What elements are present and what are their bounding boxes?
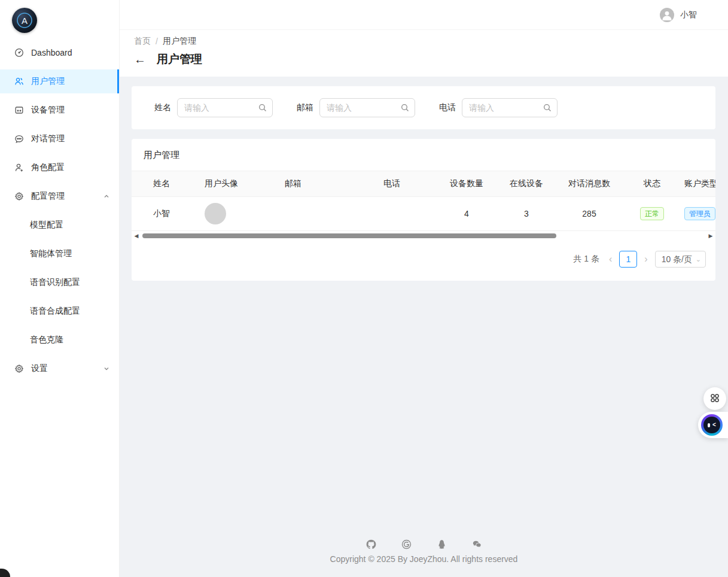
sidebar-item-agent-management[interactable]: 智能体管理 — [0, 242, 119, 266]
ai-assistant-button[interactable]: < — [698, 412, 728, 438]
column-header-online-devices: 在线设备 — [496, 171, 556, 196]
sidebar-item-label: 设备管理 — [31, 105, 65, 116]
sidebar-item-device-management[interactable]: 设备管理 — [0, 98, 119, 122]
app-logo-icon: A — [12, 8, 37, 33]
back-arrow-icon[interactable]: ← — [134, 53, 146, 65]
breadcrumb-home[interactable]: 首页 — [134, 36, 151, 47]
cell-online-devices: 3 — [496, 197, 556, 230]
cell-email — [285, 197, 383, 230]
user-table-card: 用户管理 姓名 用户头像 邮箱 电话 设备数量 在线设备 对话消息数 状态 账户… — [132, 139, 715, 281]
sidebar-item-asr-config[interactable]: 语音识别配置 — [0, 271, 119, 294]
apps-grid-icon — [709, 393, 720, 405]
scroll-left-icon[interactable]: ◀ — [133, 232, 140, 240]
sidebar-item-config-management[interactable]: 配置管理 — [0, 184, 119, 208]
phone-search-input[interactable] — [462, 98, 558, 117]
column-header-device-count: 设备数量 — [437, 171, 496, 196]
sidebar-item-settings[interactable]: 设置 — [0, 357, 119, 381]
column-header-message-count: 对话消息数 — [556, 171, 622, 196]
device-icon — [14, 105, 24, 115]
svg-text:A: A — [22, 16, 28, 26]
github-icon[interactable] — [366, 539, 376, 549]
filter-email: 邮箱 — [297, 98, 415, 117]
copyright-text: Copyright © 2025 By JoeyZhou. All rights… — [120, 554, 728, 564]
chat-icon — [14, 134, 24, 144]
qq-icon[interactable] — [437, 539, 447, 549]
chevron-down-icon: ⌄ — [696, 251, 701, 267]
wechat-icon[interactable] — [472, 539, 482, 549]
filter-phone-label: 电话 — [439, 102, 456, 113]
float-apps-button[interactable] — [703, 387, 726, 410]
user-avatar-icon — [660, 8, 674, 22]
page-header: 首页 / 用户管理 ← 用户管理 — [120, 30, 728, 77]
sidebar-item-tts-config[interactable]: 语音合成配置 — [0, 299, 119, 323]
email-search-input[interactable] — [319, 98, 415, 117]
table-card-title: 用户管理 — [132, 139, 715, 171]
column-header-email: 邮箱 — [285, 171, 383, 196]
filter-name: 姓名 — [154, 98, 273, 117]
account-type-badge: 管理员 — [684, 207, 715, 220]
robot-face-icon: < — [701, 414, 723, 436]
gitee-icon[interactable] — [401, 539, 412, 549]
column-header-account-type: 账户类型 — [682, 171, 715, 196]
sidebar-item-label: 用户管理 — [31, 76, 65, 87]
sidebar-nav: Dashboard 用户管理 设备管理 — [0, 41, 119, 381]
name-search-input[interactable] — [177, 98, 273, 117]
pagination-page-1[interactable]: 1 — [619, 251, 637, 268]
filter-phone: 电话 — [439, 98, 558, 117]
table-scroll-container: 姓名 用户头像 邮箱 电话 设备数量 在线设备 对话消息数 状态 账户类型 小智 — [132, 171, 715, 231]
scrollbar-track[interactable] — [140, 233, 707, 239]
row-avatar-icon — [205, 203, 226, 224]
dashboard-icon — [14, 48, 24, 57]
status-badge: 正常 — [640, 207, 664, 220]
cell-message-count: 285 — [556, 197, 622, 230]
filter-card: 姓名 邮箱 — [132, 86, 715, 129]
sidebar-subitem-label: 音色克隆 — [30, 335, 63, 345]
horizontal-scrollbar: ◀ ▶ — [133, 232, 714, 240]
filter-email-label: 邮箱 — [297, 102, 313, 113]
sidebar-item-model-config[interactable]: 模型配置 — [0, 213, 119, 237]
column-header-avatar: 用户头像 — [197, 171, 285, 196]
app-root: A Dashboard 用户管理 — [0, 0, 728, 577]
cell-name: 小智 — [132, 197, 197, 230]
sidebar-item-voice-clone[interactable]: 音色克隆 — [0, 328, 119, 352]
table-row[interactable]: 小智 4 3 285 正常 管理员 — [132, 197, 715, 231]
sidebar-item-user-management[interactable]: 用户管理 — [0, 69, 119, 93]
sidebar-subitem-label: 语音合成配置 — [30, 306, 80, 317]
page-size-value: 10 条/页 — [662, 254, 692, 264]
gear-icon — [14, 364, 24, 373]
content: 姓名 邮箱 — [120, 77, 728, 281]
sidebar-subitem-label: 语音识别配置 — [30, 277, 80, 288]
sidebar-subitem-label: 模型配置 — [30, 220, 63, 230]
page-title: 用户管理 — [157, 51, 202, 67]
users-icon — [14, 77, 24, 86]
pagination-next-icon[interactable]: › — [642, 251, 650, 267]
cell-device-count: 4 — [437, 197, 496, 230]
sidebar-item-chat-management[interactable]: 对话管理 — [0, 127, 119, 151]
user-add-icon — [14, 163, 24, 172]
sidebar-item-label: 设置 — [31, 363, 48, 374]
user-menu[interactable]: 小智 — [660, 8, 697, 22]
cell-account-type: 管理员 — [682, 197, 715, 230]
cell-status: 正常 — [622, 197, 682, 230]
logo-container[interactable]: A — [0, 0, 119, 41]
scroll-right-icon[interactable]: ▶ — [707, 232, 714, 240]
breadcrumb: 首页 / 用户管理 — [134, 36, 714, 47]
main-area: 小智 首页 / 用户管理 ← 用户管理 姓名 — [120, 0, 728, 577]
page-footer: Copyright © 2025 By JoeyZhou. All rights… — [120, 539, 728, 564]
column-header-name: 姓名 — [132, 171, 197, 196]
sidebar-item-role-config[interactable]: 角色配置 — [0, 156, 119, 180]
column-header-status: 状态 — [622, 171, 682, 196]
username-label: 小智 — [680, 10, 697, 20]
sidebar-item-dashboard[interactable]: Dashboard — [0, 41, 119, 65]
column-header-phone: 电话 — [383, 171, 437, 196]
page-size-select[interactable]: 10 条/页 ⌄ — [655, 251, 706, 268]
chevron-down-icon — [103, 366, 109, 372]
pagination: 共 1 条 ‹ 1 › 10 条/页 ⌄ — [132, 240, 715, 271]
cell-phone — [383, 197, 437, 230]
scrollbar-thumb[interactable] — [142, 233, 556, 238]
sidebar-item-label: 角色配置 — [31, 162, 65, 173]
top-header: 小智 — [120, 0, 728, 30]
pagination-total: 共 1 条 — [573, 254, 599, 265]
pagination-prev-icon[interactable]: ‹ — [607, 251, 614, 267]
sidebar-item-label: Dashboard — [31, 48, 72, 57]
